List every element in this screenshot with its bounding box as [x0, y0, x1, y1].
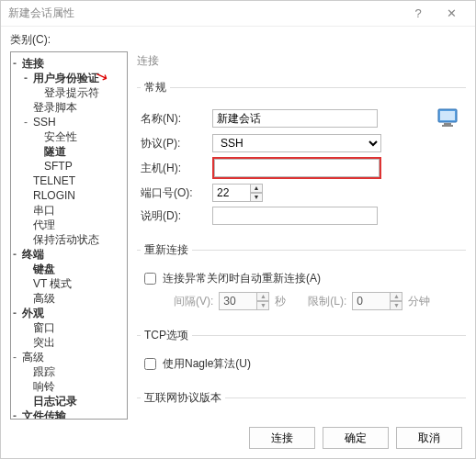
tree-item[interactable]: 窗口: [13, 320, 125, 335]
interval-spinner: ▲▼: [219, 292, 269, 310]
desc-input[interactable]: [212, 207, 378, 225]
tree-item[interactable]: TELNET: [13, 174, 125, 188]
ok-button[interactable]: 确定: [323, 427, 389, 449]
category-tree[interactable]: ↘ -连接-用户身份验证登录提示符登录脚本-SSH安全性隧道SFTPTELNET…: [10, 51, 128, 420]
tree-item[interactable]: 代理: [13, 218, 125, 232]
tree-item[interactable]: SFTP: [13, 159, 125, 174]
close-button[interactable]: ✕: [435, 6, 468, 20]
tree-item[interactable]: 响铃: [13, 379, 125, 394]
tree-item[interactable]: -终端: [13, 247, 125, 262]
interval-unit: 秒: [275, 294, 286, 309]
svg-rect-3: [442, 125, 453, 127]
host-highlight: [212, 157, 381, 179]
cancel-button[interactable]: 取消: [396, 427, 462, 449]
protocol-label: 协议(P):: [141, 136, 212, 151]
tree-item[interactable]: 键盘: [13, 262, 125, 276]
settings-panel: 连接 常规 名称(N): 协议(P): SSH 主机(H):: [137, 51, 466, 420]
svg-rect-1: [440, 111, 455, 120]
tree-item[interactable]: VT 模式: [13, 276, 125, 291]
port-down[interactable]: ▼: [250, 193, 263, 202]
reconnect-checkbox-label[interactable]: 连接异常关闭时自动重新连接(A): [141, 270, 321, 287]
tree-item[interactable]: -文件传输: [13, 409, 125, 420]
desc-label: 说明(D):: [141, 208, 212, 224]
tree-item[interactable]: 登录脚本: [13, 100, 125, 115]
connect-button[interactable]: 连接: [249, 427, 315, 449]
name-label: 名称(N):: [141, 111, 212, 127]
protocol-select[interactable]: SSH: [212, 134, 381, 152]
dialog-window: 新建会话属性 ? ✕ 类别(C): ↘ -连接-用户身份验证登录提示符登录脚本-…: [0, 0, 476, 459]
tree-item[interactable]: 跟踪: [13, 364, 125, 379]
svg-rect-2: [444, 123, 451, 125]
tree-item[interactable]: 安全性: [13, 129, 125, 144]
name-input[interactable]: [212, 109, 378, 128]
nagle-checkbox-label[interactable]: 使用Nagle算法(U): [141, 355, 251, 373]
limit-spinner: ▲▼: [352, 292, 402, 310]
tree-item[interactable]: 登录提示符: [13, 85, 125, 100]
interval-label: 间隔(V):: [174, 294, 213, 309]
reconnect-checkbox[interactable]: [144, 273, 156, 285]
dialog-footer: 连接 确定 取消: [10, 420, 466, 449]
window-title: 新建会话属性: [8, 6, 402, 21]
port-spinner[interactable]: ▲▼: [212, 184, 263, 202]
titlebar: 新建会话属性 ? ✕: [1, 1, 475, 27]
port-input[interactable]: [212, 184, 251, 202]
panel-title: 连接: [137, 51, 466, 74]
tree-item[interactable]: 串口: [13, 203, 125, 218]
nagle-checkbox[interactable]: [144, 358, 156, 370]
tree-item[interactable]: -SSH: [13, 115, 125, 129]
tree-item[interactable]: 高级: [13, 291, 125, 306]
limit-label: 限制(L):: [308, 294, 346, 309]
reconnect-legend: 重新连接: [141, 242, 192, 258]
tree-item[interactable]: 隧道: [13, 144, 125, 159]
general-group: 常规 名称(N): 协议(P): SSH 主机(H):: [137, 80, 466, 235]
session-icon: [436, 107, 462, 129]
tree-item[interactable]: RLOGIN: [13, 188, 125, 203]
tcp-legend: TCP选项: [141, 328, 192, 343]
tree-item[interactable]: 保持活动状态: [13, 232, 125, 247]
limit-input: [352, 292, 391, 310]
interval-input: [219, 292, 257, 310]
port-up[interactable]: ▲: [250, 184, 263, 193]
help-button[interactable]: ?: [402, 6, 435, 20]
limit-unit: 分钟: [408, 294, 430, 309]
ipver-legend: 互联网协议版本: [141, 390, 225, 406]
tree-item[interactable]: -高级: [13, 350, 125, 364]
host-label: 主机(H):: [141, 161, 212, 176]
tree-item[interactable]: -外观: [13, 306, 125, 320]
general-legend: 常规: [141, 80, 170, 95]
tcp-group: TCP选项 使用Nagle算法(U): [137, 328, 466, 383]
tree-item[interactable]: -用户身份验证: [13, 71, 125, 85]
host-input[interactable]: [214, 159, 380, 177]
tree-item[interactable]: 突出: [13, 335, 125, 350]
ipver-group: 互联网协议版本 自动 IPv4 IPv6: [137, 390, 466, 420]
tree-item[interactable]: 日志记录: [13, 394, 125, 409]
reconnect-group: 重新连接 连接异常关闭时自动重新连接(A) 间隔(V): ▲▼ 秒 限制(L):…: [137, 242, 466, 320]
category-label: 类别(C):: [10, 32, 466, 48]
tree-item[interactable]: -连接: [13, 56, 125, 71]
port-label: 端口号(O):: [141, 185, 212, 201]
